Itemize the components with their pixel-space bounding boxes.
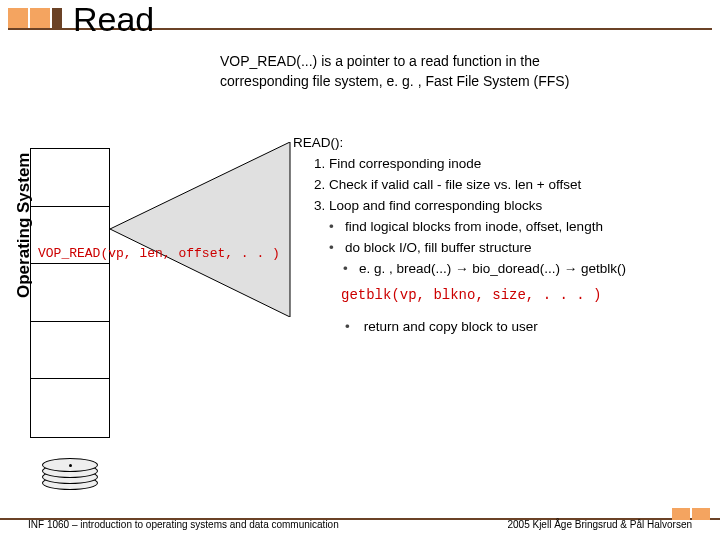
slide: Read Operating System VOP_READ(...) is a… xyxy=(0,0,720,540)
svg-marker-0 xyxy=(110,142,290,317)
intro-line: VOP_READ(...) is a pointer to a read fun… xyxy=(220,52,710,72)
step-item: Loop and find corresponding blocks xyxy=(329,196,712,217)
intro-line: corresponding file system, e. g. , Fast … xyxy=(220,72,710,92)
title-decor-box xyxy=(30,8,50,28)
os-layer-row xyxy=(31,264,109,322)
read-header: READ(): xyxy=(293,133,712,154)
title-decor-box xyxy=(8,8,28,28)
getblk-code: getblk(vp, blkno, size, . . . ) xyxy=(341,285,712,307)
read-steps: READ(): Find corresponding inode Check i… xyxy=(293,133,712,338)
slide-title: Read xyxy=(73,0,154,39)
os-layer-row xyxy=(31,149,109,207)
title-decor-box xyxy=(52,8,62,28)
bullet-item: find logical blocks from inode, offset, … xyxy=(345,217,712,238)
os-layer-row xyxy=(31,379,109,437)
footer-decor-box xyxy=(692,508,710,520)
disk-icon xyxy=(42,458,98,472)
footer-right: 2005 Kjell Åge Bringsrud & Pål Halvorsen xyxy=(507,519,692,530)
cone-shape xyxy=(110,142,300,317)
bullet-item: do block I/O, fill buffer structure xyxy=(345,238,712,259)
content-area: Operating System VOP_READ(...) is a poin… xyxy=(0,48,720,510)
step-item: Find corresponding inode xyxy=(329,154,712,175)
title-bar: Read xyxy=(8,8,712,48)
os-layers-box xyxy=(30,148,110,438)
vop-read-code: VOP_READ(vp, len, offset, . . ) xyxy=(38,246,280,261)
footer-left: INF 1060 – introduction to operating sys… xyxy=(28,519,339,530)
return-bullet: return and copy block to user xyxy=(345,317,712,338)
os-layer-row xyxy=(31,322,109,380)
bullet-item: e. g. , bread(...) → bio_doread(...) → g… xyxy=(359,259,712,280)
step-item: Check if valid call - file size vs. len … xyxy=(329,175,712,196)
intro-text: VOP_READ(...) is a pointer to a read fun… xyxy=(220,52,710,91)
